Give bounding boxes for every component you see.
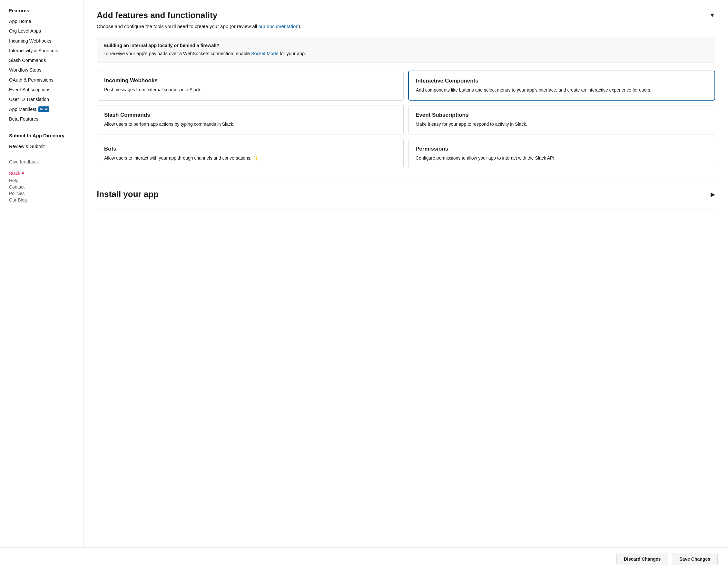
discard-button[interactable]: Discard Changes (617, 553, 668, 565)
docs-link[interactable]: our documentation (259, 24, 299, 29)
feature-card-title-event-subscriptions: Event Subscriptions (416, 112, 708, 118)
sidebar-item-interactivity-shortcuts[interactable]: Interactivity & Shortcuts (9, 46, 77, 55)
feature-card-interactive-components[interactable]: Interactive ComponentsAdd components lik… (408, 71, 715, 100)
sidebar-item-app-manifest[interactable]: App ManifestNEW (9, 104, 77, 114)
submit-section-header: Submit to App Directory (9, 133, 77, 138)
add-features-chevron[interactable]: ▼ (709, 12, 715, 19)
features-section-header: Features (9, 8, 77, 13)
feature-card-desc-incoming-webhooks: Post messages from external sources into… (104, 86, 396, 93)
sidebar-item-beta-features[interactable]: Beta Features (9, 114, 77, 124)
sidebar-item-org-level-apps[interactable]: Org Level Apps (9, 26, 77, 36)
feature-cards-grid: Incoming WebhooksPost messages from exte… (97, 71, 715, 168)
slack-love: Slack ♥ (9, 171, 77, 176)
sidebar: Features App HomeOrg Level AppsIncoming … (0, 0, 84, 570)
feature-card-desc-interactive-components: Add components like buttons and select m… (416, 87, 707, 93)
feature-card-title-bots: Bots (104, 146, 396, 152)
socket-mode-link[interactable]: Socket Mode (251, 51, 279, 56)
footer-bar: Discard Changes Save Changes (0, 547, 728, 570)
feature-card-title-incoming-webhooks: Incoming Webhooks (104, 77, 396, 84)
sidebar-item-label: Slash Commands (9, 57, 46, 63)
feature-card-desc-bots: Allow users to interact with your app th… (104, 155, 396, 162)
add-features-section: Add features and functionality ▼ Choose … (97, 0, 715, 179)
sidebar-item-label: Event Subscriptions (9, 86, 50, 93)
add-features-desc: Choose and configure the tools you'll ne… (97, 23, 715, 30)
feature-card-incoming-webhooks[interactable]: Incoming WebhooksPost messages from exte… (97, 71, 404, 100)
info-box-desc: To receive your app's payloads over a We… (103, 50, 708, 57)
main-content: Add features and functionality ▼ Choose … (84, 0, 728, 570)
footer-link-help[interactable]: Help (9, 178, 77, 183)
sidebar-item-app-home[interactable]: App Home (9, 16, 77, 26)
sidebar-item-label: App Home (9, 18, 31, 24)
give-feedback-link[interactable]: Give feedback (9, 159, 77, 165)
feature-card-title-slash-commands: Slash Commands (104, 112, 396, 118)
install-title: Install your app (97, 189, 158, 199)
feature-card-desc-permissions: Configure permissions to allow your app … (416, 155, 708, 162)
sidebar-item-workflow-steps[interactable]: Workflow Steps (9, 65, 77, 75)
sidebar-item-slash-commands[interactable]: Slash Commands (9, 55, 77, 65)
sidebar-item-incoming-webhooks[interactable]: Incoming Webhooks (9, 36, 77, 46)
feature-card-title-interactive-components: Interactive Components (416, 78, 707, 84)
feature-card-event-subscriptions[interactable]: Event SubscriptionsMake it easy for your… (408, 105, 715, 134)
sidebar-item-label: Interactivity & Shortcuts (9, 47, 58, 54)
feature-card-permissions[interactable]: PermissionsConfigure permissions to allo… (408, 139, 715, 168)
new-badge: NEW (38, 106, 49, 112)
sidebar-item-label: User ID Translation (9, 96, 49, 102)
info-box-title: Building an internal app locally or behi… (103, 42, 708, 49)
feature-card-slash-commands[interactable]: Slash CommandsAllow users to perform app… (97, 105, 404, 134)
save-button[interactable]: Save Changes (672, 553, 718, 565)
footer-link-our-blog[interactable]: Our Blog (9, 197, 77, 203)
sidebar-item-label: OAuth & Permissions (9, 77, 53, 83)
sidebar-item-label: App Manifest (9, 106, 36, 112)
feature-card-desc-slash-commands: Allow users to perform app actions by ty… (104, 121, 396, 128)
footer-link-policies[interactable]: Policies (9, 191, 77, 196)
feature-card-desc-event-subscriptions: Make it easy for your app to respond to … (416, 121, 708, 128)
add-features-title: Add features and functionality (97, 10, 217, 20)
sidebar-item-label: Beta Features (9, 116, 38, 122)
footer-link-contact[interactable]: Contact (9, 185, 77, 190)
feature-card-title-permissions: Permissions (416, 146, 708, 152)
sidebar-item-label: Incoming Webhooks (9, 38, 51, 44)
sidebar-item-review-submit[interactable]: Review & Submit (9, 141, 77, 151)
sidebar-item-user-id-translation[interactable]: User ID Translation (9, 94, 77, 104)
install-chevron[interactable]: ▶ (711, 191, 715, 198)
add-features-header: Add features and functionality ▼ (97, 10, 715, 20)
feature-card-bots[interactable]: BotsAllow users to interact with your ap… (97, 139, 404, 168)
install-header: Install your app ▶ (97, 189, 715, 199)
sidebar-item-label: Workflow Steps (9, 67, 41, 73)
sidebar-item-oauth-permissions[interactable]: OAuth & Permissions (9, 75, 77, 85)
sidebar-item-label: Org Level Apps (9, 28, 41, 34)
info-box: Building an internal app locally or behi… (97, 37, 715, 63)
sidebar-item-event-subscriptions[interactable]: Event Subscriptions (9, 85, 77, 94)
install-app-section: Install your app ▶ (97, 179, 715, 210)
